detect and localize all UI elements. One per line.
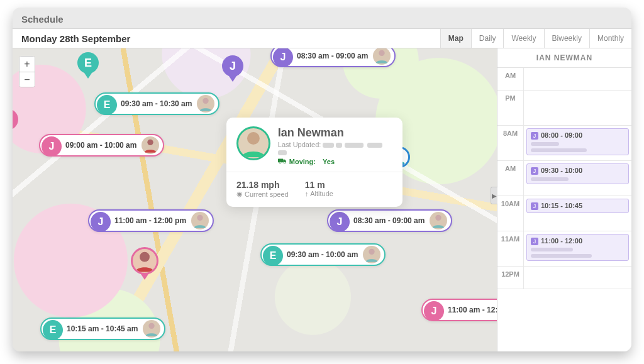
hour-label: AM xyxy=(497,68,524,90)
calendar-slot[interactable]: J11:00 - 12:00 xyxy=(524,231,631,266)
chip-avatar xyxy=(363,246,380,263)
tab-daily[interactable]: Daily xyxy=(471,29,504,48)
schedule-chip[interactable]: E 09:30 am - 10:30 am xyxy=(94,92,219,115)
calendar-event[interactable]: J11:00 - 12:00 xyxy=(526,234,629,261)
schedule-chip[interactable]: J 08:30 am - 09:00 am xyxy=(327,209,452,232)
user-popup: Ian Newman Last Updated: Moving: Yes xyxy=(226,118,402,207)
chip-avatar xyxy=(142,136,159,154)
tab-biweekly[interactable]: Biweekly xyxy=(544,29,589,48)
sub-header: Monday 28th September Map Daily Weekly B… xyxy=(13,28,631,48)
svg-point-1 xyxy=(203,98,209,104)
calendar-slot[interactable]: J09:30 - 10:00 xyxy=(524,161,631,196)
popup-speed-label: ◉Current speed xyxy=(236,190,289,198)
hour-label: 10AM xyxy=(497,196,524,231)
chip-avatar xyxy=(197,95,214,113)
calendar-slot[interactable] xyxy=(524,267,631,289)
event-badge: J xyxy=(531,238,538,245)
pin-letter: E xyxy=(84,57,92,70)
hour-label: 11AM xyxy=(497,231,524,266)
popup-last-updated: Last Updated: xyxy=(278,141,392,156)
view-tabs: Map Daily Weekly Biweekly Monthly xyxy=(440,29,631,48)
svg-point-6 xyxy=(369,249,375,255)
event-time: 08:00 - 09:00 xyxy=(541,131,582,139)
schedule-chip[interactable]: E 10:15 am - 10:45 am xyxy=(40,317,165,340)
gauge-icon: ◉ xyxy=(236,190,243,198)
schedule-chip[interactable]: J 08:30 am - 09:00 am xyxy=(270,48,396,67)
popup-moving-status: Moving: Yes xyxy=(278,158,392,165)
event-badge: J xyxy=(531,132,538,140)
pin-letter: E xyxy=(43,320,63,340)
calendar-event[interactable]: J09:30 - 10:00 xyxy=(526,163,629,184)
page-title: Schedule xyxy=(21,14,623,25)
avatar xyxy=(131,247,158,275)
popup-name: Ian Newman xyxy=(278,126,392,140)
tab-map[interactable]: Map xyxy=(440,29,471,48)
svg-point-7 xyxy=(436,215,441,221)
chip-time: 08:30 am - 09:00 am xyxy=(353,216,430,225)
chip-avatar xyxy=(191,212,209,229)
event-time: 09:30 - 10:00 xyxy=(541,167,582,174)
zoom-out-button[interactable]: − xyxy=(19,72,35,87)
chip-time: 09:30 am - 10:30 am xyxy=(121,99,197,108)
current-date: Monday 28th September xyxy=(21,33,130,44)
hour-label: 8AM xyxy=(497,126,524,160)
sidebar-collapse-button[interactable]: ▶ xyxy=(491,187,497,204)
popup-speed-value: 21.18 mph xyxy=(236,180,289,190)
map-pin[interactable]: J xyxy=(13,109,18,130)
pin-letter: J xyxy=(230,60,236,73)
zoom-control: + − xyxy=(19,56,35,87)
calendar-row: AM J09:30 - 10:00 xyxy=(497,161,631,196)
calendar-row: AM xyxy=(497,68,631,91)
hour-label: AM xyxy=(497,161,524,196)
calendar-event[interactable]: J08:00 - 09:00 xyxy=(526,128,629,155)
chip-time: 10:15 am - 10:45 am xyxy=(67,324,143,333)
calendar-column[interactable]: AM PM 8AM J08:00 - 09:00 xyxy=(497,68,631,351)
calendar-row: 12PM xyxy=(497,267,631,289)
tab-weekly[interactable]: Weekly xyxy=(503,29,543,48)
tab-monthly[interactable]: Monthly xyxy=(589,29,631,48)
chip-time: 09:00 am - 10:00 am xyxy=(65,141,142,150)
chip-time: 09:30 am - 10:00 am xyxy=(287,250,363,259)
chip-avatar xyxy=(373,48,391,65)
event-badge: J xyxy=(531,202,538,210)
calendar-slot[interactable] xyxy=(524,91,631,125)
schedule-chip[interactable]: J 09:00 am - 10:00 am xyxy=(39,134,164,157)
event-badge: J xyxy=(531,167,538,175)
schedule-chip[interactable]: E 09:30 am - 10:00 am xyxy=(260,243,386,266)
pin-letter: J xyxy=(424,301,444,321)
pin-letter: E xyxy=(97,95,117,115)
calendar-slot[interactable] xyxy=(524,68,631,90)
calendar-row: 10AM J10:15 - 10:45 xyxy=(497,196,631,231)
svg-point-0 xyxy=(379,50,385,56)
calendar-slot[interactable]: J08:00 - 09:00 xyxy=(524,126,631,160)
chip-avatar xyxy=(143,320,160,338)
map-pin[interactable]: E xyxy=(77,52,99,74)
svg-point-11 xyxy=(279,162,281,164)
svg-point-9 xyxy=(247,132,260,145)
hour-label: PM xyxy=(497,91,524,125)
map[interactable]: + − J 08:30 am - 09:00 am E 09:30 am - 1… xyxy=(13,48,497,351)
pin-letter: J xyxy=(273,48,293,67)
pin-letter: J xyxy=(91,212,111,232)
calendar-slot[interactable]: J10:15 - 10:45 xyxy=(524,196,631,231)
map-pin[interactable]: J xyxy=(222,55,243,77)
event-time: 10:15 - 10:45 xyxy=(541,202,582,209)
schedule-sidebar: ▶ IAN NEWMAN AM PM 8AM J08:00 - 09:00 xyxy=(497,48,631,351)
event-time: 11:00 - 12:00 xyxy=(541,237,582,245)
calendar-row: 11AM J11:00 - 12:00 xyxy=(497,231,631,267)
svg-point-5 xyxy=(149,323,155,329)
user-location-pin[interactable] xyxy=(131,247,158,275)
schedule-chip[interactable]: J 11:00 am - 12:00 pm xyxy=(421,299,497,321)
app-window: Schedule Monday 28th September Map Daily… xyxy=(13,8,631,351)
popup-altitude-value: 11 m xyxy=(305,180,333,190)
calendar-row: 8AM J08:00 - 09:00 xyxy=(497,126,631,161)
schedule-chip[interactable]: J 11:00 am - 12:00 pm xyxy=(88,209,214,232)
calendar-event[interactable]: J10:15 - 10:45 xyxy=(526,199,629,213)
titlebar: Schedule xyxy=(13,8,631,28)
pin-letter: J xyxy=(330,212,350,232)
chip-time: 11:00 am - 12:00 pm xyxy=(114,216,191,225)
pin-letter: J xyxy=(42,136,62,157)
zoom-in-button[interactable]: + xyxy=(19,57,35,72)
svg-point-3 xyxy=(197,215,203,221)
svg-point-4 xyxy=(140,252,150,262)
